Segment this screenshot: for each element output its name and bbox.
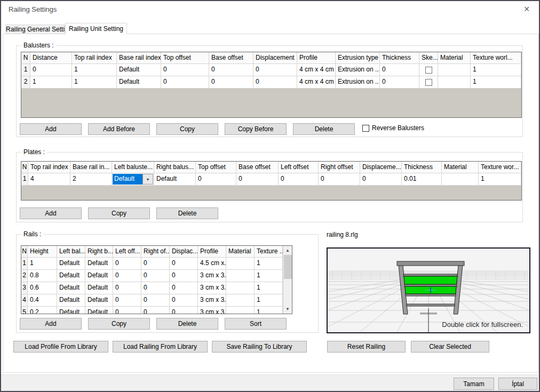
table-cell[interactable] [226,282,255,294]
table-cell[interactable]: 0.2 [28,307,57,314]
close-icon[interactable]: ✕ [518,2,536,16]
table-cell[interactable]: 1 [255,307,283,314]
table-cell[interactable]: 4 cm x 4 cm [297,64,336,76]
column-header[interactable]: N [21,162,28,173]
column-header[interactable]: Base rail index [117,52,161,64]
table-cell[interactable]: Default [85,307,113,314]
table-cell[interactable]: 0 [319,173,360,186]
column-header[interactable]: Profile [297,52,336,64]
table-cell[interactable]: 0 [141,270,170,282]
table-cell[interactable]: Extrusion on ... [336,76,380,89]
table-cell[interactable]: 3 cm x 3... [198,270,226,282]
column-header[interactable]: N [21,52,30,64]
column-header[interactable]: Left bal... [57,246,85,258]
rails-table-scrollbar[interactable]: ▲ ▼ [283,246,292,314]
row-header[interactable]: 1 [21,64,30,76]
table-cell[interactable] [438,76,471,89]
table-cell[interactable]: 3 cm x 3... [198,282,226,294]
table-cell[interactable]: 1 [28,258,57,270]
table-cell[interactable]: 4 [28,173,70,186]
table-cell[interactable]: 3 cm x 3... [198,307,226,314]
column-header[interactable]: Height [28,246,57,258]
add-button[interactable]: Add [20,207,82,219]
row-header[interactable]: 1 [21,258,28,270]
table-cell[interactable]: 2 [70,173,112,186]
column-header[interactable]: Distance [30,52,72,64]
table-cell[interactable]: 0 [113,294,141,307]
ok-button[interactable]: Tamam [454,378,494,390]
table-cell[interactable]: Default [85,258,113,270]
table-cell[interactable]: Default [85,270,113,282]
add-button[interactable]: Add [20,123,82,135]
table-cell[interactable]: 0 [209,76,253,89]
table-cell[interactable]: 3 cm x 3... [198,294,226,307]
table-cell[interactable] [419,76,438,89]
table-cell[interactable]: 0 [141,282,170,294]
table-cell[interactable]: 0 [113,307,141,314]
column-header[interactable]: Texture wor... [479,162,521,173]
column-header[interactable]: Texture ... [255,246,283,258]
table-cell[interactable]: 0 [141,294,170,307]
column-header[interactable]: N [21,246,28,258]
column-header[interactable]: Texture worl... [471,52,521,64]
scrollbar-thumb[interactable] [284,255,292,279]
table-cell[interactable]: Default [85,282,113,294]
tab-railing-unit-setting[interactable]: Railing Unit Setting [65,23,127,34]
table-cell[interactable]: 0 [279,173,319,186]
column-header[interactable]: Displacement [253,52,297,64]
table-cell[interactable]: Default [57,307,85,314]
table-cell[interactable]: 0 [113,270,141,282]
table-cell[interactable]: 0 [170,282,198,294]
clear-selected-button[interactable]: Clear Selected [411,341,489,353]
table-cell[interactable] [419,64,438,76]
column-header[interactable]: Right balus... [154,162,196,173]
table-cell[interactable]: 0 [253,76,297,89]
table-cell[interactable]: 0 [113,282,141,294]
table-cell[interactable] [226,294,255,307]
row-header[interactable]: 3 [21,282,28,294]
delete-button[interactable]: Delete [156,318,218,330]
reverse-balusters-checkbox[interactable] [362,125,369,132]
table-cell[interactable]: Default [85,294,113,307]
column-header[interactable]: Right of... [141,246,170,258]
table-cell[interactable] [226,307,255,314]
add-button[interactable]: Add [20,318,82,330]
table-cell[interactable]: 1 [255,258,283,270]
table-cell[interactable]: 0 [170,258,198,270]
sort-button[interactable]: Sort [225,318,287,330]
row-header[interactable]: 2 [21,270,28,282]
table-cell[interactable]: 0 [170,294,198,307]
table-cell[interactable]: 1 [30,76,72,89]
column-header[interactable]: Base offset [236,162,279,173]
column-header[interactable]: Right offset [319,162,360,173]
table-cell[interactable]: Default [57,282,85,294]
cancel-button[interactable]: İptal [498,378,537,390]
table-cell[interactable]: 0.4 [28,294,57,307]
table-cell[interactable]: 0 [161,76,209,89]
table-cell[interactable]: 1 [471,64,521,76]
table-cell[interactable] [226,270,255,282]
table-cell[interactable]: Default▼ [112,173,154,186]
table-cell[interactable]: 0 [113,258,141,270]
table-cell[interactable]: Default [57,294,85,307]
save-railing-to-library-button[interactable]: Save Railing To Library [212,341,307,353]
table-cell[interactable]: 4 cm x 4 cm [297,76,336,89]
column-header[interactable]: Base rail in... [70,162,112,173]
column-header[interactable]: Material [226,246,255,258]
table-cell[interactable]: 0 [196,173,236,186]
table-cell[interactable]: 1 [72,64,117,76]
delete-button[interactable]: Delete [293,123,355,135]
table-cell[interactable]: Extrusion on ... [336,64,380,76]
cell-checkbox[interactable] [425,67,432,74]
column-header[interactable]: Displaceme... [360,162,402,173]
tab-railing-general-setting[interactable]: Railing General Setting [5,25,65,34]
copy-before-button[interactable]: Copy Before [225,123,287,135]
table-cell[interactable]: 0 [360,173,402,186]
table-cell[interactable]: 0 [170,270,198,282]
table-cell[interactable]: 1 [255,294,283,307]
table-cell[interactable]: 0.6 [28,282,57,294]
table-cell[interactable] [438,64,471,76]
column-header[interactable]: Top offset [196,162,236,173]
table-cell[interactable]: 0 [170,307,198,314]
table-cell[interactable]: 0 [253,64,297,76]
